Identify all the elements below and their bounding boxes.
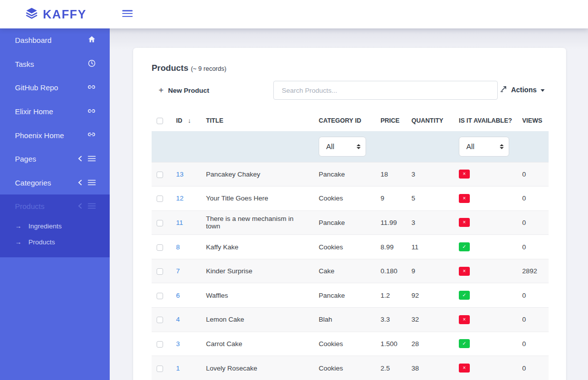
row-price: 0.180 <box>376 259 406 283</box>
search-input[interactable] <box>273 81 498 100</box>
plus-icon: + <box>159 85 164 95</box>
products-card: Products(~ 9 records) + New Product Acti… <box>133 48 566 380</box>
row-views: 2892 <box>517 259 549 283</box>
sidebar-active-section: Products → Ingredients → Products <box>0 194 110 257</box>
row-checkbox[interactable] <box>157 293 163 299</box>
row-title: There is a new mechanism in town <box>201 210 314 235</box>
row-title: Lovely Rosecake <box>201 356 314 380</box>
link-icon <box>87 83 96 93</box>
select-all-checkbox[interactable] <box>157 118 163 124</box>
row-checkbox[interactable] <box>157 341 163 348</box>
sidebar-item-phoenix-home[interactable]: Phoenix Home <box>0 123 110 147</box>
column-header-available[interactable]: IS IT AVAILABLE? <box>454 109 517 131</box>
page-title: Products(~ 9 records) <box>152 63 548 73</box>
sidebar-toggle-hamburger-icon[interactable] <box>122 10 133 18</box>
menu-icon <box>88 202 96 210</box>
row-checkbox[interactable] <box>157 317 163 323</box>
column-header-id[interactable]: ID↓ <box>171 109 201 131</box>
row-views: 0 <box>517 235 549 259</box>
row-id-link[interactable]: 4 <box>176 316 180 323</box>
actions-dropdown-button[interactable]: Actions <box>500 85 545 94</box>
row-quantity: 38 <box>406 356 454 380</box>
row-price: 3.3 <box>376 308 406 332</box>
row-quantity: 5 <box>406 187 454 211</box>
row-checkbox[interactable] <box>157 195 163 202</box>
chevron-left-icon <box>78 202 82 210</box>
main-content: Products(~ 9 records) + New Product Acti… <box>110 28 588 380</box>
row-quantity: 3 <box>406 162 454 187</box>
table-row: 4Lemon CakeBlah3.332×0 <box>152 308 549 332</box>
new-product-button[interactable]: + New Product <box>159 85 209 95</box>
row-title: Kaffy Kake <box>201 235 314 259</box>
row-id-link[interactable]: 3 <box>176 340 180 348</box>
row-checkbox[interactable] <box>157 220 163 226</box>
row-quantity: 32 <box>406 308 454 332</box>
row-category: Pancake <box>314 210 376 235</box>
available-check-badge: ✓ <box>459 339 470 348</box>
table-row: 7Kinder SurpriseCake0.1809×2892 <box>152 259 549 283</box>
top-navbar: KAFFY <box>0 0 588 28</box>
row-category: Pancake <box>314 283 376 308</box>
sidebar-item-elixir-home[interactable]: Elixir Home <box>0 100 110 124</box>
row-category: Cookies <box>314 356 376 380</box>
row-category: Cookies <box>314 332 376 356</box>
menu-icon <box>88 179 96 187</box>
chevron-left-icon <box>78 155 82 163</box>
row-title: Pancakey Chakey <box>201 162 314 187</box>
chevron-left-icon <box>78 179 82 187</box>
row-price: 9 <box>376 187 406 211</box>
brand-logo[interactable]: KAFFY <box>25 6 87 22</box>
category-filter-select[interactable]: All <box>319 137 366 157</box>
sidebar-item-products[interactable]: Products <box>0 194 110 218</box>
table-header-row: ID↓ TITLE CATEGORY ID PRICE QUANTITY IS … <box>152 109 549 131</box>
arrow-right-icon: → <box>15 222 28 230</box>
row-title: Lemon Cake <box>201 308 314 332</box>
column-header-category-id[interactable]: CATEGORY ID <box>314 109 376 131</box>
unavailable-cross-badge: × <box>459 267 470 276</box>
table-row: 12Your Title Goes HereCookies95×0 <box>152 187 549 211</box>
row-views: 0 <box>517 356 549 380</box>
row-views: 0 <box>517 210 549 235</box>
row-id-link[interactable]: 13 <box>176 171 184 178</box>
row-price: 18 <box>376 162 406 187</box>
row-checkbox[interactable] <box>157 366 163 372</box>
unavailable-cross-badge: × <box>459 364 470 373</box>
row-checkbox[interactable] <box>157 268 163 275</box>
available-filter-select[interactable]: All <box>459 137 509 157</box>
record-count: (~ 9 records) <box>191 65 226 72</box>
table-row: 6WafflesPancake1.292✓0 <box>152 283 549 308</box>
row-views: 0 <box>517 332 549 356</box>
link-icon <box>87 130 96 140</box>
row-id-link[interactable]: 11 <box>176 219 183 226</box>
sidebar-subitem-ingredients[interactable]: → Ingredients <box>0 218 110 234</box>
unavailable-cross-badge: × <box>459 194 470 203</box>
row-title: Waffles <box>201 283 314 308</box>
row-checkbox[interactable] <box>157 172 163 178</box>
row-checkbox[interactable] <box>157 244 163 251</box>
row-id-link[interactable]: 1 <box>176 365 180 372</box>
row-title: Kinder Surprise <box>201 259 314 283</box>
sidebar-subitem-products[interactable]: → Products <box>0 234 110 250</box>
row-id-link[interactable]: 7 <box>176 267 180 275</box>
column-header-quantity[interactable]: QUANTITY <box>406 109 454 131</box>
row-price: 2.5 <box>376 356 406 380</box>
sidebar-item-dashboard[interactable]: Dashboard <box>0 28 110 52</box>
home-icon <box>88 35 96 45</box>
row-id-link[interactable]: 12 <box>176 194 184 202</box>
menu-icon <box>88 155 96 163</box>
row-price: 8.99 <box>376 235 406 259</box>
column-header-views[interactable]: VIEWS <box>517 109 549 131</box>
row-category: Cookies <box>314 235 376 259</box>
available-check-badge: ✓ <box>459 242 470 251</box>
sort-desc-icon: ↓ <box>188 117 192 124</box>
filter-row: All All <box>152 131 549 162</box>
sidebar-item-github-repo[interactable]: GitHub Repo <box>0 76 110 100</box>
toolbar: + New Product Actions <box>152 81 548 101</box>
sidebar-item-tasks[interactable]: Tasks <box>0 52 110 76</box>
column-header-title[interactable]: TITLE <box>201 109 314 131</box>
column-header-price[interactable]: PRICE <box>376 109 406 131</box>
sidebar-item-pages[interactable]: Pages <box>0 147 110 171</box>
sidebar-item-categories[interactable]: Categories <box>0 171 110 195</box>
row-id-link[interactable]: 6 <box>176 292 180 299</box>
row-id-link[interactable]: 8 <box>176 243 180 251</box>
